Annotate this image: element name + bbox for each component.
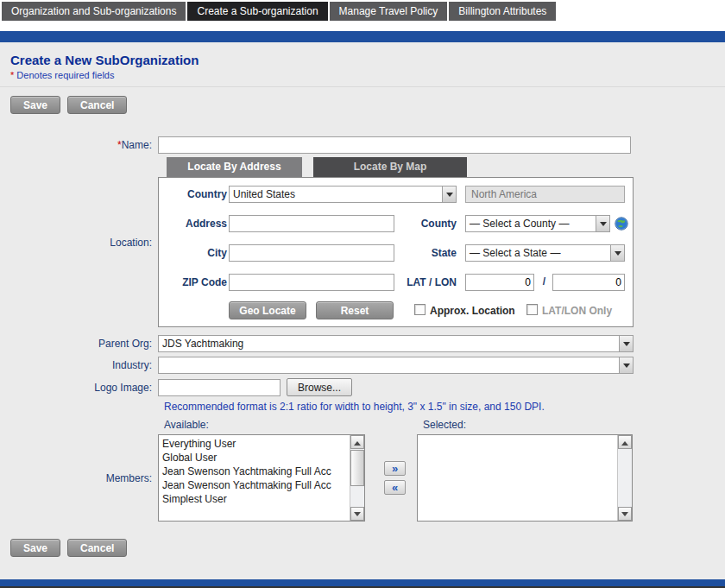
footer-accent-bar: [0, 579, 725, 586]
latlon-only-checkbox[interactable]: [526, 304, 538, 315]
page-header: Create a New SubOrganization * Denotes r…: [0, 42, 725, 87]
location-widget: Locate By Address Locate By Map Country …: [158, 157, 634, 327]
tab-billington-attributes[interactable]: Billington Attributes: [449, 2, 556, 21]
save-button-bottom[interactable]: Save: [10, 539, 60, 557]
industry-value: [159, 357, 619, 373]
logo-image-label: Logo Image:: [0, 382, 158, 394]
bottom-action-row: Save Cancel: [10, 539, 725, 557]
lat-lon-label: LAT / LON: [357, 276, 457, 288]
scroll-up-button[interactable]: [350, 435, 364, 449]
parent-org-value: JDS Yachtmaking: [159, 336, 619, 351]
country-value: United States: [230, 187, 442, 202]
chevron-down-icon: [610, 245, 624, 261]
triangle-up-icon: [354, 438, 361, 446]
name-row: *Name:: [0, 136, 725, 154]
geo-locate-button[interactable]: Geo Locate: [229, 301, 306, 319]
cancel-button-top[interactable]: Cancel: [67, 96, 127, 114]
industry-label: Industry:: [0, 359, 158, 371]
chevron-down-icon: [596, 216, 609, 231]
page: Organization and Sub-organizations Creat…: [0, 0, 725, 588]
list-item[interactable]: Global User: [159, 451, 350, 465]
suborganization-form: *Name: Location: Locate By Address Locat…: [0, 136, 725, 557]
scroll-up-button[interactable]: [618, 435, 632, 449]
location-label: Location:: [0, 237, 158, 249]
members-row: Members: Everything User Global User Jea…: [0, 434, 725, 522]
latitude-input[interactable]: [465, 274, 534, 291]
locate-by-address-panel: Country United States North America Addr…: [158, 177, 634, 327]
reset-button[interactable]: Reset: [316, 301, 394, 319]
state-dropdown[interactable]: — Select a State —: [465, 244, 625, 262]
cancel-button-bottom[interactable]: Cancel: [67, 539, 127, 557]
chevron-down-icon: [619, 336, 633, 351]
tab-manage-travel-policy[interactable]: Manage Travel Policy: [330, 2, 448, 21]
member-move-buttons: » «: [384, 434, 406, 522]
name-label: *Name:: [0, 139, 158, 151]
triangle-down-icon: [621, 512, 628, 520]
list-item[interactable]: Jean Swenson Yachtmaking Full Acc: [159, 465, 350, 478]
name-label-text: Name:: [122, 139, 152, 151]
name-input[interactable]: [158, 136, 631, 154]
parent-org-dropdown[interactable]: JDS Yachtmaking: [158, 335, 634, 352]
triangle-down-icon: [354, 512, 361, 520]
top-tabbar: Organization and Sub-organizations Creat…: [0, 0, 725, 21]
header-accent-bar: [0, 31, 725, 42]
longitude-input[interactable]: [552, 274, 625, 291]
chevron-down-icon: [619, 357, 633, 373]
available-list-scrollbar[interactable]: [350, 435, 364, 521]
state-value: — Select a State —: [466, 245, 610, 261]
selected-list-scrollbar[interactable]: [617, 435, 632, 521]
industry-row: Industry:: [0, 357, 725, 374]
city-label: City: [159, 247, 227, 259]
zip-code-label: ZIP Code: [159, 276, 227, 288]
tabbar-gap: [0, 21, 725, 31]
page-title: Create a New SubOrganization: [10, 53, 725, 67]
tab-create-a-sub-organization[interactable]: Create a Sub-organization: [187, 2, 327, 21]
tab-locate-by-map[interactable]: Locate By Map: [313, 157, 467, 177]
scroll-down-button[interactable]: [350, 507, 364, 521]
list-item[interactable]: Simplest User: [159, 492, 350, 506]
address-label: Address: [159, 218, 227, 230]
industry-dropdown[interactable]: [158, 357, 634, 374]
state-label: State: [357, 247, 457, 259]
required-fields-note: * Denotes required fields: [10, 70, 725, 80]
available-members-list[interactable]: Everything User Global User Jean Swenson…: [158, 434, 365, 522]
country-dropdown[interactable]: United States: [229, 186, 457, 203]
move-right-button[interactable]: »: [384, 461, 406, 476]
location-tabs: Locate By Address Locate By Map: [158, 157, 634, 177]
available-label: Available:: [164, 419, 209, 431]
tab-locate-by-address[interactable]: Locate By Address: [167, 157, 302, 177]
top-action-row: Save Cancel: [10, 96, 725, 114]
browse-button[interactable]: Browse...: [287, 378, 352, 396]
required-note-text: Denotes required fields: [16, 70, 114, 80]
parent-org-label: Parent Org:: [0, 338, 158, 350]
triangle-up-icon: [621, 438, 628, 446]
county-value: — Select a County —: [466, 216, 596, 231]
list-item[interactable]: Everything User: [159, 437, 350, 451]
required-star: *: [10, 70, 14, 80]
lat-lon-separator: /: [539, 275, 550, 288]
tab-organization-and-sub-organizations[interactable]: Organization and Sub-organizations: [2, 2, 186, 21]
country-label: Country: [159, 188, 227, 200]
main-content: Create a New SubOrganization * Denotes r…: [0, 42, 725, 579]
save-button-top[interactable]: Save: [10, 96, 60, 114]
county-dropdown[interactable]: — Select a County —: [465, 215, 610, 232]
globe-icon: [615, 217, 628, 231]
members-list-headers: Available: Selected:: [0, 419, 725, 433]
logo-image-input[interactable]: [158, 379, 281, 396]
scroll-thumb[interactable]: [350, 450, 364, 486]
available-members-items: Everything User Global User Jean Swenson…: [159, 437, 350, 506]
selected-members-list[interactable]: [417, 434, 633, 522]
parent-org-row: Parent Org: JDS Yachtmaking: [0, 335, 725, 352]
approx-location-checkbox[interactable]: [414, 304, 426, 315]
location-row: Location: Locate By Address Locate By Ma…: [0, 157, 725, 327]
list-item[interactable]: Jean Swenson Yachtmaking Full Acc: [159, 478, 350, 492]
logo-image-row: Logo Image: Browse...: [0, 378, 725, 396]
selected-label: Selected:: [423, 419, 466, 431]
logo-format-note: Recommended format is 2:1 ratio for widt…: [164, 401, 725, 413]
move-left-button[interactable]: «: [384, 480, 406, 495]
members-label: Members:: [0, 472, 158, 484]
latlon-only-label: LAT/LON Only: [542, 305, 612, 317]
scroll-down-button[interactable]: [618, 507, 632, 521]
globe-locate-button[interactable]: [615, 217, 628, 231]
approx-location-label: Approx. Location: [430, 305, 515, 317]
